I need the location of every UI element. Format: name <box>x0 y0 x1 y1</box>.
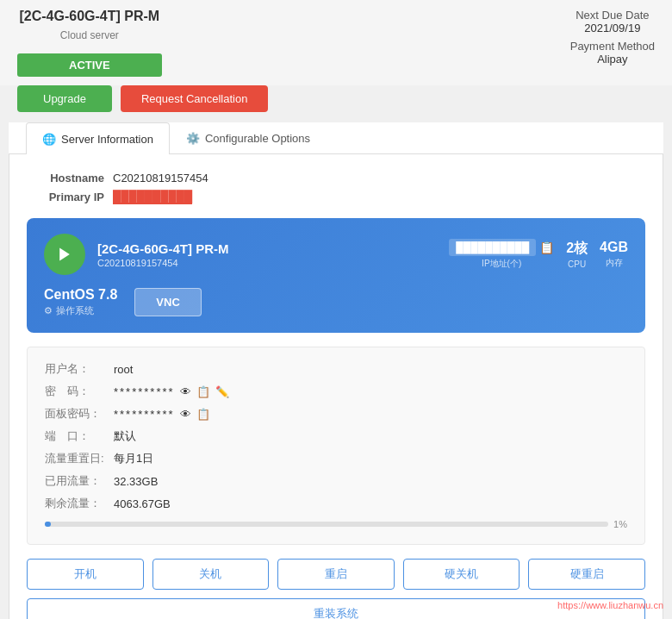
status-badge: ACTIVE <box>17 53 162 77</box>
reinstall-button[interactable]: 重装系统 <box>27 598 645 619</box>
server-type: Cloud server <box>60 29 119 41</box>
cancel-button[interactable]: Request Cancellation <box>121 85 269 112</box>
username-val: root <box>114 363 133 376</box>
traffic-progress-fill <box>45 522 51 527</box>
sc-ip-label: IP地址(个) <box>449 258 554 270</box>
server-identity: [2C-4G-60G-4T] PR-M Cloud server ACTIVE <box>17 9 162 77</box>
hostname-row: Hostname C20210819157454 <box>27 172 645 184</box>
used-traffic-val: 32.33GB <box>114 475 158 488</box>
server-card-bottom: CentOS 7.8 ⚙ 操作系统 VNC <box>44 287 628 317</box>
next-due-value: 2021/09/19 <box>570 22 655 34</box>
remaining-traffic-key: 剩余流量： <box>45 496 114 511</box>
payment-method-label: Payment Method <box>570 40 655 53</box>
used-traffic-key: 已用流量： <box>45 473 114 489</box>
server-play-icon[interactable] <box>44 234 85 275</box>
primary-ip-row: Primary IP ██████████ <box>27 190 645 204</box>
primary-ip-value: ██████████ <box>113 190 192 204</box>
copy-password-icon[interactable]: 📋 <box>196 385 210 398</box>
sc-ram-block: 4GB 内存 <box>600 240 628 269</box>
sc-ram-value: 4GB <box>600 240 628 255</box>
watermark: https://www.liuzhanwu.cn <box>557 600 663 610</box>
port-val: 默认 <box>114 428 136 444</box>
sc-os-name: CentOS 7.8 <box>44 287 117 303</box>
tab-server-information[interactable]: 🌐 Server Information <box>26 122 170 154</box>
remaining-traffic-val: 4063.67GB <box>114 497 171 510</box>
tab-server-information-label: Server Information <box>61 133 153 146</box>
sc-os-label: ⚙ 操作系统 <box>44 304 117 317</box>
traffic-progress-bar <box>45 522 608 527</box>
power-off-button[interactable]: 关机 <box>152 559 270 590</box>
power-on-button[interactable]: 开机 <box>27 559 144 590</box>
used-traffic-row: 已用流量： 32.33GB <box>45 473 627 489</box>
reboot-button[interactable]: 重启 <box>277 559 395 590</box>
copy-icon[interactable]: 📋 <box>539 241 554 254</box>
tab-bar: 🌐 Server Information ⚙️ Configurable Opt… <box>9 122 663 154</box>
page-wrapper: [2C-4G-60G-4T] PR-M Cloud server ACTIVE … <box>0 0 672 619</box>
port-key: 端 口： <box>45 428 114 444</box>
svg-marker-0 <box>59 248 70 261</box>
next-due-label: Next Due Date <box>570 9 655 22</box>
hard-reboot-button[interactable]: 硬重启 <box>528 559 645 590</box>
sc-cpu-label: CPU <box>566 259 588 269</box>
hard-power-off-button[interactable]: 硬关机 <box>403 559 520 590</box>
edit-password-icon[interactable]: ✏️ <box>215 385 229 398</box>
password-key: 密 码： <box>45 384 114 399</box>
top-card: [2C-4G-60G-4T] PR-M Cloud server ACTIVE … <box>0 0 672 85</box>
settings-icon: ⚙️ <box>186 132 200 145</box>
sc-cpu-value: 2核 <box>566 240 588 258</box>
gear-icon: ⚙ <box>44 305 53 316</box>
play-svg <box>56 246 73 263</box>
sc-os-block: CentOS 7.8 ⚙ 操作系统 <box>44 287 117 317</box>
traffic-progress-label: 1% <box>613 519 627 529</box>
globe-icon: 🌐 <box>42 133 56 146</box>
primary-ip-label: Primary IP <box>27 191 104 203</box>
remaining-traffic-row: 剩余流量： 4063.67GB <box>45 496 627 511</box>
traffic-progress-row: 1% <box>45 518 627 530</box>
password-val: ********** <box>114 385 175 398</box>
billing-info: Next Due Date 2021/09/19 Payment Method … <box>570 9 655 66</box>
copy-panel-icon[interactable]: 📋 <box>196 408 210 421</box>
traffic-reset-key: 流量重置日: <box>45 451 114 466</box>
upgrade-button[interactable]: Upgrade <box>17 85 112 112</box>
payment-method-value: Alipay <box>570 53 655 66</box>
server-card-name-block: [2C-4G-60G-4T] PR-M C20210819157454 <box>97 241 437 268</box>
panel-password-icons: 👁 📋 <box>180 408 210 421</box>
sc-ip-value: ██████████ <box>449 239 536 256</box>
sc-server-id: C20210819157454 <box>97 258 437 268</box>
eye-icon[interactable]: 👁 <box>180 385 191 398</box>
password-row: 密 码： ********** 👁 📋 ✏️ <box>45 384 627 399</box>
panel-password-row: 面板密码： ********** 👁 📋 <box>45 406 627 422</box>
sc-ram-label: 内存 <box>600 257 628 269</box>
sc-ip-block: ██████████ 📋 IP地址(个) <box>449 239 554 270</box>
bottom-action-buttons: 开机 关机 重启 硬关机 硬重启 重装系统 <box>27 559 645 619</box>
port-row: 端 口： 默认 <box>45 428 627 444</box>
eye-panel-icon[interactable]: 👁 <box>180 408 191 421</box>
username-key: 用户名： <box>45 361 114 377</box>
sc-server-name: [2C-4G-60G-4T] PR-M <box>97 241 437 256</box>
traffic-reset-val: 每月1日 <box>114 451 153 466</box>
tab-configurable-options-label: Configurable Options <box>205 132 310 145</box>
server-card-top: [2C-4G-60G-4T] PR-M C20210819157454 ████… <box>44 234 628 275</box>
panel-password-key: 面板密码： <box>45 406 114 422</box>
vnc-button[interactable]: VNC <box>134 288 201 316</box>
hostname-value: C20210819157454 <box>113 172 208 184</box>
password-icons: 👁 📋 ✏️ <box>180 385 229 398</box>
panel-password-val: ********** <box>114 408 175 421</box>
username-row: 用户名： root <box>45 361 627 377</box>
server-name: [2C-4G-60G-4T] PR-M <box>19 9 159 24</box>
details-section: 用户名： root 密 码： ********** 👁 📋 ✏️ 面板密码： *… <box>27 347 645 545</box>
top-action-buttons: Upgrade Request Cancellation <box>0 85 672 122</box>
server-card: [2C-4G-60G-4T] PR-M C20210819157454 ████… <box>27 218 645 333</box>
hostname-label: Hostname <box>27 172 104 184</box>
sc-cpu-block: 2核 CPU <box>566 240 588 269</box>
main-content: Hostname C20210819157454 Primary IP ████… <box>9 154 663 619</box>
tab-configurable-options[interactable]: ⚙️ Configurable Options <box>170 122 327 153</box>
traffic-reset-row: 流量重置日: 每月1日 <box>45 451 627 466</box>
